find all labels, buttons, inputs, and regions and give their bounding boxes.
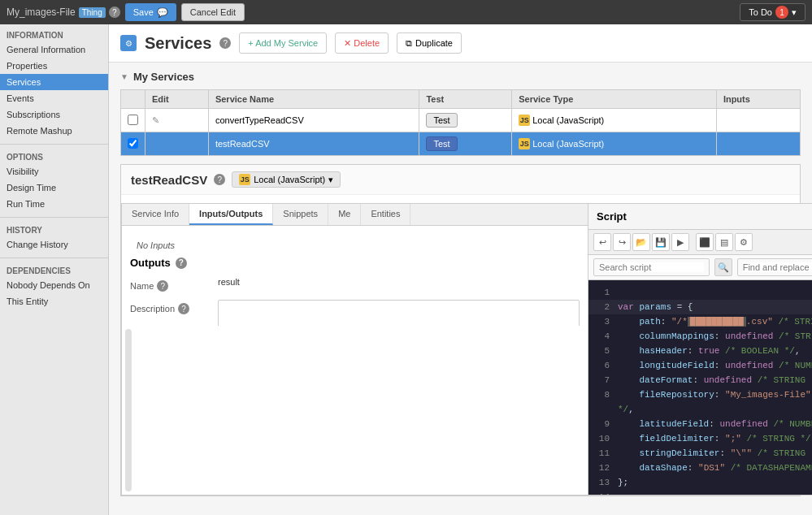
outputs-header: Outputs ? [130,257,580,269]
search-execute-button[interactable]: 🔍 [714,258,732,276]
sidebar-item-remote-mashup[interactable]: Remote Mashup [0,123,108,139]
outputs-help-icon[interactable]: ? [176,258,187,269]
service-tabs: Service Info Inputs/Outputs Snippets Me … [122,204,588,226]
sidebar-item-run-time[interactable]: Run Time [0,196,108,212]
sidebar-section-dependencies: DEPENDENCIES Nobody Depends On This Enti… [0,260,108,313]
sidebar-item-general[interactable]: General Information [0,41,108,58]
js-type-icon: JS [239,174,250,185]
todo-count-badge: 1 [775,6,788,19]
code-line-4: 4 columnMappings: undefined /* STRING */… [588,329,812,344]
description-help[interactable]: ? [178,303,189,314]
code-line-10: 10 fieldDelimiter: ";" /* STRING */, [588,431,812,446]
sidebar-item-properties[interactable]: Properties [0,58,108,74]
col-test: Test [419,90,512,109]
my-services-label: My Services [133,71,194,83]
js-badge-2: JS Local (JavaScript) [519,138,604,149]
sidebar-section-info-title: INFORMATION [0,28,108,41]
align-left-button[interactable]: ⬛ [696,233,714,251]
js-icon-2: JS [519,138,530,149]
delete-service-button[interactable]: ✕ Delete [335,32,389,54]
redo-button[interactable]: ↪ [613,233,631,251]
no-inputs-label: No Inputs [130,234,580,257]
code-line-11: 11 stringDelimiter: "\"" /* STRING */, [588,446,812,461]
format-button[interactable]: ⚙ [735,233,753,251]
sidebar-item-subscriptions[interactable]: Subscriptions [0,106,108,123]
service-detail-help-icon[interactable]: ? [214,174,225,185]
services-icon: ⚙ [120,35,137,51]
output-name-row: Name ? result [130,277,580,292]
script-search-bar: 🔍 ⟳ ⤓ [588,255,812,280]
script-search-input[interactable] [599,262,704,272]
duplicate-icon: ⧉ [406,38,412,49]
undo-button[interactable]: ↩ [593,233,611,251]
col-checkbox [121,90,145,109]
file-title-text: My_images-File [7,6,76,18]
description-textarea[interactable] [218,300,580,326]
row-edit-2[interactable] [145,132,209,156]
services-title: Services [145,34,211,53]
sidebar-item-services[interactable]: Services [0,74,108,90]
my-services-header: ▼ My Services [120,71,801,83]
description-row: Description ? [130,300,580,326]
row-checkbox-2[interactable] [121,132,145,156]
row-checkbox-1[interactable] [121,109,145,132]
script-replace-input[interactable] [743,262,812,272]
run-button[interactable]: ▶ [671,233,689,251]
sidebar-item-events[interactable]: Events [0,90,108,106]
code-line-7: 7 dateFormat: undefined /* STRING */, [588,373,812,387]
code-line-8: 8 fileRepository: "My_images-File" /* TH… [588,387,812,417]
output-name-help[interactable]: ? [157,280,168,292]
tab-entities[interactable]: Entities [361,204,410,225]
js-icon-1: JS [519,115,530,126]
row-service-name-2: testReadCSV [208,132,419,156]
sidebar-section-deps-title: DEPENDENCIES [0,263,108,277]
align-center-button[interactable]: ▤ [715,233,733,251]
services-header: ⚙ Services ? + Add My Service ✕ Delete ⧉… [109,24,812,63]
code-line-6: 6 longitudeField: undefined /* NUMBER */… [588,358,812,373]
sidebar-item-visibility[interactable]: Visibility [0,163,108,180]
sidebar-section-options: OPTIONS Visibility Design Time Run Time [0,146,108,215]
code-line-9: 9 latitudeField: undefined /* NUMBER */, [588,417,812,431]
test-button-2[interactable]: Test [426,136,457,151]
script-panel: Script ↩ ↪ 📂 💾 ▶ ⬛ ▤ ⚙ [588,203,812,496]
duplicate-service-button[interactable]: ⧉ Duplicate [397,32,462,54]
tab-inputs-outputs[interactable]: Inputs/Outputs [189,204,273,225]
topbar-help-icon[interactable]: ? [109,6,120,18]
col-service-name: Service Name [208,90,419,109]
edit-pencil-icon-1[interactable]: ✎ [152,115,159,125]
sidebar-item-nobody-depends[interactable]: Nobody Depends On [0,277,108,293]
left-panel: Service Info Inputs/Outputs Snippets Me … [121,203,588,496]
test-button-1[interactable]: Test [426,113,457,128]
cancel-edit-button[interactable]: Cancel Edit [181,3,245,21]
script-content: 1 2 var params = { 3 path: "/*██████████… [588,280,812,495]
sidebar-section-history: HISTORY Change History [0,219,108,256]
code-line-14: 14 [588,490,812,495]
service-type-dropdown[interactable]: JS Local (JavaScript) ▾ [232,171,341,188]
todo-dropdown-icon: ▾ [792,7,797,18]
row-edit-1[interactable]: ✎ [145,109,209,132]
row-test-1[interactable]: Test [419,109,512,132]
sidebar-item-this-entity[interactable]: This Entity [0,293,108,309]
detail-panels: Service Info Inputs/Outputs Snippets Me … [121,203,800,496]
todo-button[interactable]: To Do 1 ▾ [740,3,805,21]
tab-service-info[interactable]: Service Info [122,204,189,225]
save-file-button[interactable]: 💾 [652,233,670,251]
output-name-value: result [218,277,580,287]
add-service-button[interactable]: + Add My Service [239,32,327,54]
table-row[interactable]: testReadCSV Test JS Local (JavaScript) [121,132,801,156]
services-help-icon[interactable]: ? [219,37,231,49]
open-file-button[interactable]: 📂 [632,233,650,251]
sidebar-section-history-title: HISTORY [0,223,108,236]
table-row[interactable]: ✎ convertTypeReadCSV Test JS Local (Java… [121,109,801,132]
sidebar-item-design-time[interactable]: Design Time [0,180,108,196]
tab-content: No Inputs Outputs ? Name ? [122,226,588,326]
main-layout: INFORMATION General Information Properti… [0,24,812,515]
row-test-2[interactable]: Test [419,132,512,156]
tab-snippets[interactable]: Snippets [273,204,328,225]
collapse-icon[interactable]: ▼ [120,72,128,81]
sidebar-section-options-title: OPTIONS [0,149,108,163]
thing-badge: Thing [79,7,106,18]
sidebar-item-change-history[interactable]: Change History [0,236,108,253]
save-button[interactable]: Save 💬 [125,3,176,21]
tab-me[interactable]: Me [328,204,361,225]
